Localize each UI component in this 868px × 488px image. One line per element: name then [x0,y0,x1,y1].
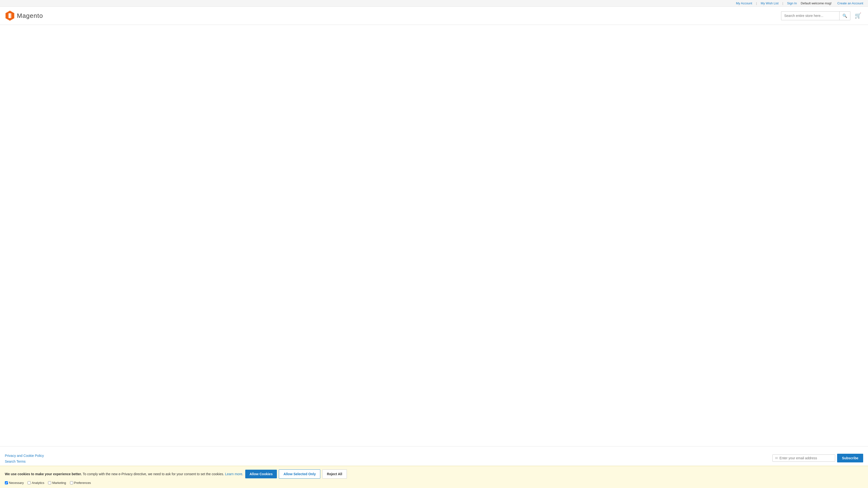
cookie-message: We use cookies to make your experience b… [5,472,243,476]
site-header: Magento 🔍 🛒 [0,7,868,25]
search-button[interactable]: 🔍 [839,11,850,20]
email-icon: ✉ [775,456,778,460]
my-wish-list-link[interactable]: My Wish List [761,1,779,5]
marketing-checkbox[interactable] [48,481,51,484]
cart-button[interactable]: 🛒 [853,11,863,20]
cookie-top: We use cookies to make your experience b… [5,469,863,479]
footer-link-search-terms[interactable]: Search Terms [5,459,44,463]
newsletter-email-input[interactable] [779,456,833,460]
cookie-learn-more-link[interactable]: Learn more [225,472,242,476]
checkbox-analytics[interactable]: Analytics [28,481,44,485]
cookie-checkboxes: Necessary Analytics Marketing Preference… [5,481,863,485]
cookie-message-body: To comply with the new e-Privacy directi… [83,472,224,476]
top-bar: My Account | My Wish List | Sign In Defa… [0,0,868,7]
main-content [0,25,868,446]
search-icon: 🔍 [842,14,847,18]
cookie-buttons: Allow Cookies Allow Selected Only Reject… [245,469,347,479]
separator-1: | [756,1,757,5]
header-right: 🔍 🛒 [781,11,863,20]
checkbox-marketing[interactable]: Marketing [48,481,66,485]
cookie-bold-text: We use cookies to make your experience b… [5,472,82,476]
allow-selected-button[interactable]: Allow Selected Only [279,469,320,479]
analytics-checkbox[interactable] [28,481,31,484]
newsletter-section: ✉ Subscribe [772,454,863,462]
checkbox-preferences[interactable]: Preferences [70,481,91,485]
sign-in-link[interactable]: Sign In [787,1,797,5]
logo-link[interactable]: Magento [5,11,43,21]
subscribe-button[interactable]: Subscribe [837,454,863,462]
my-account-link[interactable]: My Account [736,1,752,5]
newsletter-input-wrapper: ✉ [772,454,835,462]
necessary-checkbox[interactable] [5,481,8,484]
magento-logo-icon [5,11,15,21]
separator-2: | [782,1,783,5]
welcome-message: Default welcome msg! [801,1,832,5]
checkbox-necessary[interactable]: Necessary [5,481,24,485]
cookie-banner: We use cookies to make your experience b… [0,466,868,488]
logo-text: Magento [17,12,43,20]
create-account-link[interactable]: Create an Account [837,1,863,5]
cart-icon: 🛒 [855,12,861,19]
allow-cookies-button[interactable]: Allow Cookies [245,470,277,478]
reject-all-button[interactable]: Reject All [322,469,347,479]
preferences-checkbox[interactable] [70,481,73,484]
search-input[interactable] [781,12,839,20]
footer-link-privacy[interactable]: Privacy and Cookie Policy [5,454,44,458]
search-wrapper: 🔍 [781,11,850,20]
